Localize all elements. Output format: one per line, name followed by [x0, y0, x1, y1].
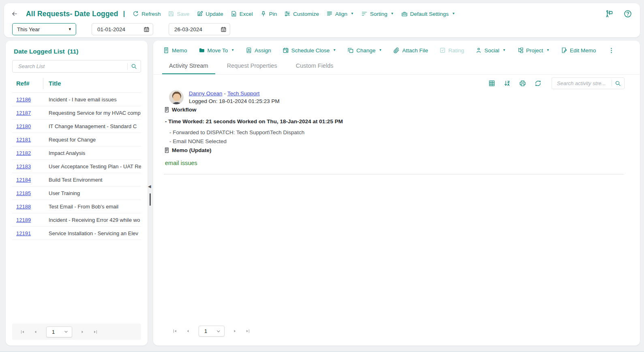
avatar	[169, 90, 184, 105]
grid-icon	[488, 80, 495, 87]
request-ref-link[interactable]: 12189	[16, 217, 43, 223]
social-label: Social	[484, 47, 499, 54]
save-button[interactable]: Save	[164, 9, 193, 19]
split-drag-handle[interactable]	[150, 193, 151, 206]
memo-button[interactable]: Memo	[160, 45, 190, 55]
memo-text: email issues	[165, 160, 624, 166]
prev-page-button[interactable]	[30, 327, 41, 337]
column-separator	[43, 78, 43, 89]
edit-memo-button[interactable]: Edit Memo	[558, 45, 599, 55]
project-label: Project	[526, 47, 543, 54]
request-ref-link[interactable]: 12191	[16, 230, 43, 236]
grid-view-button[interactable]	[488, 80, 495, 87]
page-number: 1	[52, 329, 55, 335]
date-to-input[interactable]	[173, 26, 218, 33]
request-title: Service Installation - Servicing an Elev	[49, 230, 141, 236]
first-page-button[interactable]	[169, 326, 180, 336]
last-page-button[interactable]	[242, 326, 253, 336]
project-button[interactable]: Project▼	[515, 45, 552, 55]
search-icon[interactable]	[615, 80, 621, 86]
request-list-panel: Date Logged List (11) Ref# Title 12186In…	[6, 41, 148, 346]
refresh-button[interactable]: Refresh	[129, 9, 164, 19]
customize-icon	[284, 11, 291, 17]
next-page-button[interactable]	[77, 327, 88, 337]
move-to-button[interactable]: Move To▼	[196, 45, 237, 55]
calendar-icon[interactable]	[143, 26, 150, 32]
default-settings-button[interactable]: Default Settings▼	[398, 9, 459, 19]
chevron-down-icon: ▼	[231, 49, 234, 52]
tab-activity-stream[interactable]: Activity Stream	[162, 57, 215, 74]
walkthrough-button[interactable]	[604, 9, 614, 19]
attach-file-button[interactable]: Attach File	[391, 45, 430, 55]
tab-request-properties[interactable]: Request Properties	[220, 57, 284, 74]
social-button[interactable]: Social▼	[473, 45, 508, 55]
rating-button[interactable]: Rating	[437, 45, 466, 55]
prev-page-icon	[33, 329, 38, 335]
chevron-down-icon: ▼	[452, 12, 455, 15]
excel-button[interactable]: Excel	[227, 9, 257, 19]
page-number: 1	[204, 328, 207, 334]
assign-button[interactable]: Assign	[243, 45, 274, 55]
more-actions-button[interactable]	[606, 46, 616, 55]
tab-custom-fields[interactable]: Custom Fields	[289, 57, 340, 74]
page-select[interactable]: 1	[46, 326, 72, 337]
request-ref-link[interactable]: 12185	[16, 190, 43, 196]
date-from-input[interactable]	[96, 26, 141, 33]
align-button[interactable]: Align▼	[323, 9, 357, 19]
request-ref-link[interactable]: 12184	[16, 177, 43, 183]
request-ref-link[interactable]: 12182	[16, 150, 43, 156]
request-list: 12186Incident - I have email issues 1218…	[12, 93, 141, 240]
detail-tabs: Activity Stream Request Properties Custo…	[153, 57, 640, 75]
export-button[interactable]	[535, 80, 541, 87]
sorting-button[interactable]: Sorting▼	[357, 9, 398, 19]
list-search-input[interactable]	[17, 63, 124, 70]
request-ref-link[interactable]: 12180	[16, 123, 43, 129]
calendar-icon[interactable]	[220, 26, 227, 32]
chevron-down-icon: ▼	[68, 27, 72, 31]
stream-search-input[interactable]	[556, 80, 609, 87]
next-page-button[interactable]	[229, 326, 240, 336]
schedule-close-icon	[282, 47, 289, 54]
save-label: Save	[177, 11, 189, 17]
request-ref-link[interactable]: 12187	[16, 110, 43, 116]
last-page-button[interactable]	[90, 327, 101, 337]
change-icon	[347, 47, 354, 54]
memo-update-heading: Memo (Update)	[164, 147, 624, 153]
page-select[interactable]: 1	[199, 326, 225, 337]
customize-button[interactable]: Customize	[280, 9, 323, 19]
period-select[interactable]: This Year ▼	[12, 23, 76, 35]
workflow-heading: Workflow	[164, 107, 624, 113]
request-ref-link[interactable]: 12186	[16, 97, 43, 103]
prev-page-button[interactable]	[182, 326, 193, 336]
request-ref-link[interactable]: 12183	[16, 163, 43, 170]
collapse-panel-arrow[interactable]: ◀	[148, 184, 151, 189]
sort-button[interactable]	[504, 80, 511, 87]
request-title: Incident - I have email issues	[49, 97, 141, 103]
first-page-button[interactable]	[17, 327, 28, 337]
request-ref-link[interactable]: 12181	[16, 137, 43, 143]
table-row: 12186Incident - I have email issues	[12, 93, 141, 106]
logged-on-text: Logged On: 18-01-2024 01:25:23 PM	[189, 98, 280, 104]
pin-button[interactable]: Pin	[257, 9, 281, 19]
update-button[interactable]: Update	[193, 9, 227, 19]
edit-memo-icon	[561, 47, 567, 54]
activity-stream: Danny Ocean-Tech Support Logged On: 18-0…	[153, 89, 640, 174]
team-link[interactable]: Tech Support	[227, 90, 260, 97]
back-button[interactable]	[11, 9, 22, 19]
search-separator	[127, 63, 128, 70]
help-button[interactable]	[623, 9, 633, 19]
schedule-close-button[interactable]: Schedule Close▼	[280, 45, 338, 55]
change-button[interactable]: Change▼	[345, 45, 384, 55]
walkthrough-icon	[605, 10, 613, 18]
print-button[interactable]	[519, 80, 526, 87]
first-page-icon	[20, 329, 25, 335]
search-icon[interactable]	[131, 63, 137, 69]
user-link[interactable]: Danny Ocean	[189, 90, 223, 97]
request-ref-link[interactable]: 12188	[16, 204, 43, 210]
project-icon	[517, 47, 524, 54]
arrow-left-icon	[11, 11, 18, 17]
workflow-label: Workflow	[172, 107, 197, 113]
first-page-icon	[172, 328, 178, 334]
request-title: Build Test Environment	[49, 177, 141, 183]
memo-icon	[163, 47, 169, 54]
